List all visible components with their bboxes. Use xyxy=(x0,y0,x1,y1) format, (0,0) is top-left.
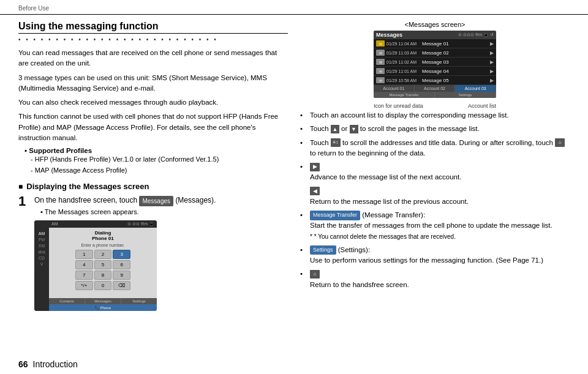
step-text-prefix: On the handsfree screen, touch xyxy=(34,196,139,204)
msg-arrow-2: ▶ xyxy=(490,50,494,56)
bullet-home: • ⌂ Return to the handsfree screen. xyxy=(300,269,570,290)
bullet-settings: • Settings (Settings): Use to perform va… xyxy=(300,245,570,266)
msg-row-2[interactable]: ✉ 01/29 11:03 AM Message 02 ▶ xyxy=(374,48,496,58)
settings-label: Settings xyxy=(310,245,336,255)
screen-caption: Icon for unread data Account list xyxy=(374,103,496,109)
msg-name-1: Message 01 xyxy=(422,41,488,47)
settings-btn[interactable]: Settings xyxy=(435,92,496,98)
phone-source-label: AM xyxy=(51,222,58,226)
bullet-dot-4: • xyxy=(300,162,306,172)
supported-profiles-section: Supported Profiles HFP (Hands Free Profi… xyxy=(18,147,288,176)
page-footer: 66 Introduction xyxy=(18,359,78,369)
tab-settings[interactable]: Settings xyxy=(121,298,157,304)
msg-timestamp-4: 01/29 11:01 AM xyxy=(386,69,420,73)
message-transfer-label: Message Transfer xyxy=(310,211,360,220)
left-arrow-icon: ◀ xyxy=(310,187,320,195)
phone-top-bar: AM ⊙ ⊙⊙ Rm 📱 xyxy=(49,220,157,228)
bullet-scroll-addresses: • Touch ≡↕ to scroll the addresses and t… xyxy=(300,138,570,159)
key-9[interactable]: 9 xyxy=(113,271,130,280)
account-01[interactable]: Account 01 xyxy=(374,85,415,92)
tab-contacts[interactable]: Contacts xyxy=(49,298,85,304)
supported-profiles-title: Supported Profiles xyxy=(18,147,288,154)
left-column: Using the messaging function • • • • • •… xyxy=(18,21,288,320)
read-icon-3: ✉ xyxy=(376,59,385,65)
msg-row-5[interactable]: ✉ 01/29 10:58 AM Message 05 ▶ xyxy=(374,76,496,85)
bullet-message-transfer: • Message Transfer (Message Transfer): S… xyxy=(300,210,570,242)
bullet-dot-2: • xyxy=(300,124,306,134)
messages-title: Messages xyxy=(376,32,402,38)
account-02[interactable]: Account 02 xyxy=(415,85,456,92)
bullet-text-4: ▶ Advance to the message list of the nex… xyxy=(310,162,461,183)
msg-timestamp-2: 01/29 11:03 AM xyxy=(386,51,420,55)
msg-name-3: Message 03 xyxy=(422,59,488,65)
caption-right: Account list xyxy=(468,103,496,109)
message-transfer-btn[interactable]: Message Transfer xyxy=(374,92,435,98)
key-1[interactable]: 1 xyxy=(75,250,93,259)
msg-row-3[interactable]: ✉ 01/29 11:02 AM Message 03 ▶ xyxy=(374,58,496,67)
msg-bottom-row: Message Transfer Settings xyxy=(374,92,496,98)
phone-instruction: Enter a phone number. xyxy=(81,243,124,247)
account-03[interactable]: Account 03 xyxy=(455,85,496,92)
step-content: On the handsfree screen, touch Messages … xyxy=(34,195,288,315)
bullet-text-8: ⌂ Return to the handsfree screen. xyxy=(310,269,409,290)
step-text: On the handsfree screen, touch Messages … xyxy=(34,195,288,206)
dot-line: • • • • • • • • • • • • • • • • • • • • … xyxy=(18,36,288,43)
right-bullets: • Touch an account list to display the c… xyxy=(300,110,570,290)
messages-button[interactable]: Messages xyxy=(139,196,173,206)
bullet-dot: • xyxy=(300,110,306,121)
supported-profiles-list: HFP (Hands Free Profile) Ver.1.0 or late… xyxy=(18,154,288,176)
msg-arrow-5: ▶ xyxy=(490,78,494,83)
key-3[interactable]: 3 xyxy=(113,250,130,259)
bullet-text-7: Settings (Settings): Use to perform vari… xyxy=(310,245,543,266)
unread-icon: ✉ xyxy=(376,40,385,47)
key-8[interactable]: 8 xyxy=(94,271,112,280)
key-6[interactable]: 6 xyxy=(113,260,130,269)
read-icon-4: ✉ xyxy=(376,68,385,74)
step-1: 1 On the handsfree screen, touch Message… xyxy=(18,195,288,315)
msg-timestamp-1: 01/29 11:04 AM xyxy=(386,42,420,46)
tab-messages[interactable]: Messages xyxy=(85,298,121,304)
key-del[interactable]: ⌫ xyxy=(113,281,130,290)
key-0[interactable]: 0 xyxy=(94,281,112,290)
msg-row-1[interactable]: ✉ 01/29 11:04 AM Message 01 ▶ xyxy=(374,39,496,48)
section-title: Using the messaging function xyxy=(18,21,288,34)
step-number: 1 xyxy=(18,195,29,208)
read-icon-5: ✉ xyxy=(376,77,385,83)
msg-header-icons: ⊙ ⊙⊙⊙ Rm 📱 ↺ xyxy=(458,32,494,37)
bullet-text: Touch an account list to display the cor… xyxy=(310,110,509,121)
keypad: 1 2 3 4 5 6 7 8 9 */+ 0 xyxy=(75,250,130,290)
caption-left: Icon for unread data xyxy=(374,103,423,109)
messages-screen-wrap: Messages ⊙ ⊙⊙⊙ Rm 📱 ↺ ✉ 01/29 11:04 AM M… xyxy=(300,31,570,110)
paragraph-3: You can also check received messages thr… xyxy=(18,97,288,108)
phone-icons: ⊙ ⊙⊙ Rm 📱 xyxy=(127,222,154,226)
accounts-row: Account 01 Account 02 Account 03 xyxy=(374,85,496,92)
bullet-next-account: • ▶ Advance to the message list of the n… xyxy=(300,162,570,183)
bullet-account-list: • Touch an account list to display the c… xyxy=(300,110,570,121)
bullet-dot-5 xyxy=(300,186,306,196)
source-fm: FM xyxy=(39,237,45,242)
step-text-suffix: (Messages). xyxy=(175,196,216,204)
msg-row-4[interactable]: ✉ 01/29 11:01 AM Message 04 ▶ xyxy=(374,67,496,76)
bullet-prev-account: ◀ Return to the message list of the prev… xyxy=(300,186,570,208)
key-7[interactable]: 7 xyxy=(75,271,93,280)
key-star[interactable]: */+ xyxy=(75,281,93,290)
key-2[interactable]: 2 xyxy=(94,250,112,259)
key-4[interactable]: 4 xyxy=(75,260,93,269)
home-icon: ⌂ xyxy=(555,138,565,147)
scroll-icon: ≡↕ xyxy=(331,138,341,147)
right-column: <Messages screen> Messages ⊙ ⊙⊙⊙ Rm 📱 ↺ … xyxy=(300,21,570,320)
msg-name-2: Message 02 xyxy=(422,50,488,56)
key-5[interactable]: 5 xyxy=(94,260,112,269)
source-sidebar: AM FM XM aha CD V xyxy=(34,220,49,311)
up-arrow-icon: ▲ xyxy=(331,125,339,133)
screen-label: <Messages screen> xyxy=(300,21,570,28)
dialing-title: Dialing xyxy=(95,230,111,236)
bullet-text-3: Touch ≡↕ to scroll the addresses and tit… xyxy=(310,138,570,159)
header-label: Before Use xyxy=(0,0,588,15)
paragraph-2: 3 message types can be used on this unit… xyxy=(18,73,288,94)
source-cd: CD xyxy=(39,256,45,260)
msg-name-4: Message 04 xyxy=(422,69,488,74)
down-arrow-icon: ▼ xyxy=(350,125,358,133)
dialing-area: Dialing Phone 01 Enter a phone number. 1… xyxy=(49,228,157,298)
source-aha: aha xyxy=(38,250,45,254)
